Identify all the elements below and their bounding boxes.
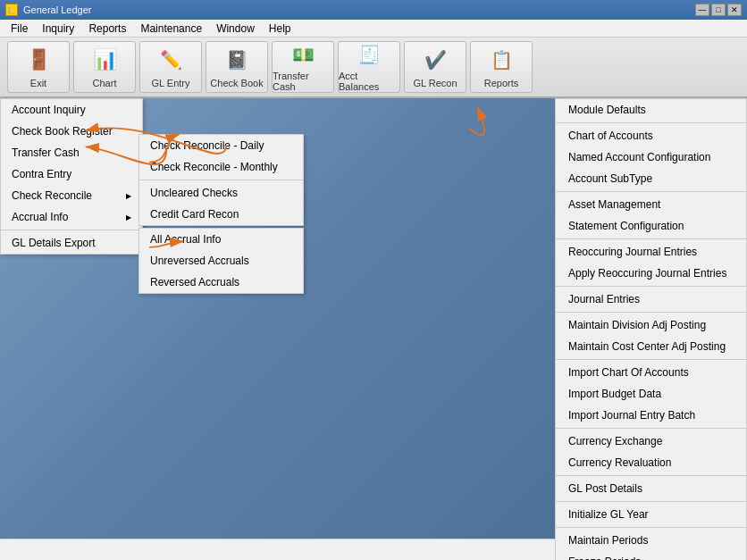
maximize-button[interactable]: □ — [711, 4, 726, 16]
reports-module-defaults[interactable]: Module Defaults — [556, 99, 746, 121]
transfer-cash-button[interactable]: 💵 Transfer Cash — [272, 41, 334, 93]
menu-maintenance[interactable]: Maintenance — [133, 21, 209, 37]
reports-sep1 — [556, 122, 746, 123]
gl-recon-icon: ✔️ — [421, 46, 449, 74]
acct-balances-icon: 🧾 — [355, 42, 383, 67]
menu-inquiry[interactable]: Inquiry — [35, 21, 81, 37]
gl-recon-button[interactable]: ✔️ GL Recon — [404, 41, 466, 93]
reports-account-subtype[interactable]: Account SubType — [556, 168, 746, 189]
reports-import-budget[interactable]: Import Budget Data — [556, 383, 746, 405]
app-icon: 📒 — [5, 4, 18, 16]
chart-icon: 📊 — [90, 46, 119, 74]
acct-balances-label: Acct Balances — [339, 71, 399, 92]
reports-asset-management[interactable]: Asset Management — [556, 194, 746, 215]
minimize-button[interactable]: — — [695, 4, 709, 16]
reports-statement-config[interactable]: Statement Configuration — [556, 215, 746, 237]
reports-sep6 — [556, 359, 746, 360]
reports-toolbar-button[interactable]: 📋 Reports — [470, 41, 533, 93]
reports-maintain-cost-center[interactable]: Maintain Cost Center Adj Posting — [556, 336, 746, 357]
sidebar-separator — [1, 230, 142, 230]
submenu-credit-card-recon[interactable]: Credit Card Recon — [139, 204, 303, 225]
gl-recon-label: GL Recon — [413, 78, 457, 88]
main-area: Account Inquiry Check Book Register Tran… — [0, 98, 747, 539]
chart-label: Chart — [93, 78, 117, 88]
sidebar-item-check-reconcile[interactable]: Check Reconcile — [1, 185, 142, 206]
reports-sep10 — [556, 527, 746, 528]
exit-label: Exit — [30, 78, 46, 88]
reports-reoccuring-journal[interactable]: Reoccuring Journal Entries — [556, 241, 746, 263]
check-book-label: Check Book — [210, 78, 263, 88]
reports-import-journal[interactable]: Import Journal Entry Batch — [556, 405, 746, 426]
sidebar-item-gl-details-export[interactable]: GL Details Export — [1, 232, 142, 254]
menu-file[interactable]: File — [4, 21, 35, 37]
menu-bar: File Inquiry Reports Maintenance Window … — [0, 20, 747, 38]
toolbar: 🚪 Exit 📊 Chart ✏️ GL Entry 📓 Check Book … — [0, 38, 747, 98]
close-button[interactable]: ✕ — [727, 4, 742, 16]
reports-journal-entries[interactable]: Journal Entries — [556, 288, 746, 310]
reports-import-chart[interactable]: Import Chart Of Accounts — [556, 362, 746, 383]
reports-sep3 — [556, 238, 746, 239]
reports-sep8 — [556, 475, 746, 476]
reports-label: Reports — [484, 78, 519, 88]
title-bar-left: 📒 General Ledger — [5, 4, 91, 16]
chart-button[interactable]: 📊 Chart — [73, 41, 136, 93]
reports-currency-exchange[interactable]: Currency Exchange — [556, 430, 746, 452]
sidebar-item-contra-entry[interactable]: Contra Entry — [1, 163, 142, 185]
transfer-cash-label: Transfer Cash — [273, 71, 333, 92]
reports-named-account-config[interactable]: Named Account Configuration — [556, 146, 746, 168]
gl-entry-button[interactable]: ✏️ GL Entry — [139, 41, 202, 93]
reports-currency-revaluation[interactable]: Currency Revaluation — [556, 452, 746, 473]
submenu-uncleared-checks[interactable]: Uncleared Checks — [139, 182, 303, 204]
reports-icon: 📋 — [487, 46, 516, 74]
reports-gl-post-details[interactable]: GL Post Details — [556, 478, 746, 499]
gl-entry-label: GL Entry — [152, 78, 190, 88]
submenu-check-recon-monthly[interactable]: Check Reconcile - Monthly — [139, 156, 303, 178]
reports-freeze-periods[interactable]: Freeze Periods — [556, 551, 746, 560]
reports-sep2 — [556, 191, 746, 192]
reports-dropdown: Module Defaults Chart of Accounts Named … — [555, 98, 747, 560]
menu-reports[interactable]: Reports — [81, 21, 133, 37]
submenu-check-recon-daily[interactable]: Check Reconcile - Daily — [139, 135, 303, 156]
reports-initialize-gl-year[interactable]: Initialize GL Year — [556, 504, 746, 525]
exit-button[interactable]: 🚪 Exit — [7, 41, 70, 93]
reports-sep9 — [556, 501, 746, 502]
acct-balances-button[interactable]: 🧾 Acct Balances — [338, 41, 400, 93]
reports-apply-reoccuring[interactable]: Apply Reoccuring Journal Entries — [556, 263, 746, 284]
accrual-submenu: All Accrual Info Unreversed Accruals Rev… — [138, 228, 304, 294]
exit-icon: 🚪 — [24, 46, 53, 74]
transfer-cash-icon: 💵 — [289, 42, 317, 67]
title-bar: 📒 General Ledger — □ ✕ — [0, 0, 747, 20]
reports-sep5 — [556, 312, 746, 313]
check-book-button[interactable]: 📓 Check Book — [206, 41, 268, 93]
sidebar-item-check-book-register[interactable]: Check Book Register — [1, 121, 142, 142]
reports-sep7 — [556, 428, 746, 429]
reports-sep4 — [556, 286, 746, 287]
reports-maintain-division[interactable]: Maintain Division Adj Posting — [556, 314, 746, 336]
sidebar-menu: Account Inquiry Check Book Register Tran… — [0, 98, 143, 255]
menu-help[interactable]: Help — [262, 21, 298, 37]
submenu-all-accrual[interactable]: All Accrual Info — [139, 229, 303, 250]
check-recon-submenu: Check Reconcile - Daily Check Reconcile … — [138, 134, 304, 226]
sidebar-item-accrual-info[interactable]: Accrual Info — [1, 206, 142, 228]
check-recon-sep1 — [139, 180, 303, 180]
sidebar-item-account-inquiry[interactable]: Account Inquiry — [1, 99, 142, 121]
reports-maintain-periods[interactable]: Maintain Periods — [556, 530, 746, 551]
submenu-unreversed-accruals[interactable]: Unreversed Accruals — [139, 250, 303, 272]
submenu-reversed-accruals[interactable]: Reversed Accruals — [139, 272, 303, 293]
gl-entry-icon: ✏️ — [156, 46, 185, 74]
title-bar-controls: — □ ✕ — [695, 4, 742, 16]
window-title: General Ledger — [23, 4, 91, 15]
check-book-icon: 📓 — [222, 46, 251, 74]
menu-window[interactable]: Window — [209, 21, 262, 37]
reports-chart-of-accounts[interactable]: Chart of Accounts — [556, 125, 746, 146]
sidebar-item-transfer-cash[interactable]: Transfer Cash — [1, 142, 142, 163]
